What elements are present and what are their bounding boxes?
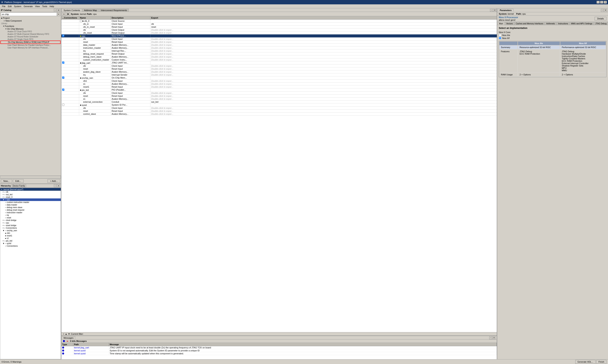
radio-nios-e-input[interactable] [499,34,501,36]
row-export-debug-reset[interactable]: Double-click to expor... [150,52,178,55]
radio-nios-f-input[interactable] [499,37,501,39]
msg-row-3[interactable]: i kernel.sysid Time stamp will be automa… [61,352,497,355]
lib-item-2[interactable]: Avalon-ST Round Robin Scheduler [0,35,61,38]
new-component[interactable]: + New Component [0,19,61,22]
hier-debug-reset[interactable]: ○ debug reset request [0,209,61,211]
library-functions[interactable]: ▼ Functions [0,25,61,27]
sc-toolbar-add[interactable]: ≡ [62,12,66,16]
menu-help[interactable]: Help [49,5,55,8]
msg-row-2[interactable]: i kernel.sysid System ID is not assigned… [61,349,497,352]
row-name-cpu[interactable]: ◆ cpu [79,34,111,37]
lib-item-0[interactable]: Avalon-ST Dual Clock FIFO [0,30,61,33]
row-export-cpu-clk[interactable]: Double-click to expor... [150,38,178,40]
maximize-button[interactable]: □ [600,1,603,4]
table-row-cpu[interactable]: ◆ cpu Nios II Proce... [61,34,497,38]
cb-sysid[interactable] [62,104,64,106]
tab-arithmetic[interactable]: Arithmetic [545,22,556,25]
hier-sysid[interactable]: ▼○ sysid [0,242,61,245]
tab-parameters[interactable]: Parameters [498,9,513,12]
tab-vectors[interactable]: Vectors [505,22,514,25]
r-n9[interactable]: ◆ pio_led [79,89,111,91]
sc-close[interactable]: ✕ [493,9,496,12]
hierarchy-close[interactable]: ✕ [57,184,60,187]
r-e11[interactable]: Double-click to expor... [150,95,178,97]
lib-item-1[interactable]: Avalon-ST Multi-Channel Shared Memory FI… [0,33,61,35]
r-e6[interactable]: Double-click to expor... [150,79,178,82]
ip-catalog-close[interactable]: ✕ [57,9,60,12]
tab-mmu[interactable]: MMU and MPU Settings [570,22,594,25]
hier-custom-instr[interactable]: ○ custom instruction master [0,201,61,204]
r-n14[interactable]: ◆ sysid [79,104,111,106]
search-input[interactable] [1,13,57,16]
hier-debug-mem[interactable]: ○ debug mem slave [0,206,61,209]
hier-s1[interactable]: ● s1 [0,237,61,240]
menu-edit[interactable]: Edit [7,5,13,8]
hier-pio-led[interactable]: +○ pio_led [0,240,61,242]
lib-item-onchip-ram[interactable]: On-Chip Memory (RAM or ROM) Intel FPGA I… [0,40,61,44]
r-e1[interactable]: Double-click to expor... [150,65,178,67]
menu-tools[interactable]: Tools [41,5,49,8]
row-export-data-master[interactable]: Double-click to expor... [150,43,178,46]
edit-button[interactable]: Edit... [13,179,24,183]
msg-row-1[interactable]: i kernel.jtag_uart JTAG UART IP input cl… [61,346,497,349]
search-clear-button[interactable]: ✕ [57,13,60,16]
filter-icon1[interactable]: + [63,333,64,335]
tab-messages[interactable]: Messages [62,336,75,339]
add-button[interactable]: + Add... [48,179,60,183]
filter-down-icon[interactable]: ▼ [68,333,70,335]
hier-clk[interactable]: +○ clk [0,191,61,193]
hier-clock-bridge[interactable]: +○ clock bridge [0,219,61,221]
r-c9[interactable] [61,89,79,91]
sc-toolbar-run[interactable]: ▶ [66,12,70,16]
row-export-clkin[interactable]: clk [150,23,178,25]
finish-button[interactable]: Finish [596,360,607,364]
lib-item-5[interactable]: User Flash Memory for SPI Interface Prot… [0,47,61,49]
close-button[interactable]: ✕ [604,1,607,4]
row-export-clkout[interactable]: Double-click to expor... [150,28,178,31]
hier-onchip-ram[interactable]: ▼○ onchip_ram [0,229,61,232]
tab-caches[interactable]: Caches and Memory Interfaces [514,22,545,25]
params-pin[interactable]: − [601,9,604,12]
ip-catalog-pin[interactable]: − [54,9,57,12]
hier-connections2[interactable]: ○ Connections [0,245,61,247]
r-e15[interactable]: Double-click to expor... [150,107,178,109]
tab-address-map[interactable]: Address Map [82,9,99,12]
row-export-instr[interactable]: Double-click to expor... [150,47,178,49]
hier-data-master[interactable]: ○ data master [0,204,61,206]
row-export-cpu-reset[interactable]: Double-click to expor... [150,40,178,43]
r-n5[interactable]: ◆ onchip_ram [79,76,111,79]
r-e2[interactable]: Double-click to expor... [150,67,178,70]
r-e3[interactable]: Double-click to expor... [150,70,178,73]
sc-pin[interactable]: − [490,9,493,12]
lib-item-3[interactable]: Avalon-ST Single Clock FIFO [0,38,61,40]
hier-connections[interactable]: +○ Connections [0,227,61,229]
library-on-chip-memory[interactable]: ▼ On Chip Memory [0,27,61,30]
row-export-irq[interactable]: Double-click to expor... [150,50,178,52]
cb-cpu[interactable] [62,35,64,37]
hier-out-led[interactable]: +○ out_led [0,193,61,196]
row-export-debug-mem[interactable]: Double-click to expor... [150,55,178,58]
new-button[interactable]: New... [1,179,12,183]
hier-reset-bridge[interactable]: +○ reset bridge [0,224,61,227]
menu-system[interactable]: System [13,5,23,8]
menu-view[interactable]: View [34,5,41,8]
hier-reset1[interactable]: ● reset1 [0,234,61,237]
device-family-tab[interactable]: Device Family [12,184,26,187]
generate-hdl-button[interactable]: Generate HDL... [575,360,595,364]
details-button[interactable]: Details [595,17,607,20]
minimize-button[interactable]: − [596,1,600,4]
lib-item-4[interactable]: User Flash Memory for Parallel Interface… [0,44,61,47]
params-close[interactable]: ✕ [604,9,607,12]
r-c14[interactable] [61,104,79,106]
r-e7[interactable]: Double-click to expor... [150,82,178,85]
hier-reset[interactable]: ○ reset [0,216,61,219]
msg-close[interactable]: ✕ [492,337,496,339]
r-e10[interactable]: Double-click to expor... [150,91,178,94]
cb-pio[interactable] [62,89,64,91]
hier-reset-0[interactable]: +○ reset_0 [0,196,61,198]
r-e12[interactable]: Double-click to expor... [150,98,178,100]
msg-pin[interactable]: − [489,337,492,339]
r-c5[interactable] [61,76,79,79]
r-e4[interactable]: Double-click to expor... [150,73,178,76]
hierarchy-root[interactable]: ▼ kernel [kernel.qsys*] [0,188,61,191]
